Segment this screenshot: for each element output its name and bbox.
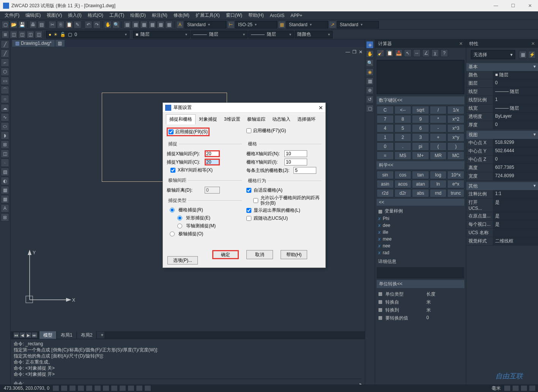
props-value[interactable]: 是 xyxy=(493,198,538,212)
calc-button[interactable]: * xyxy=(430,115,447,123)
grid-snap-radio[interactable] xyxy=(170,208,175,213)
calc-button[interactable]: tan xyxy=(412,171,429,179)
calc-button[interactable]: r2d xyxy=(377,189,394,197)
iso-snap-radio[interactable] xyxy=(177,224,182,228)
calc-button[interactable]: 1 xyxy=(377,133,394,142)
close-button[interactable]: ✕ xyxy=(525,2,535,10)
command-input[interactable] xyxy=(25,381,360,385)
text-icon[interactable]: A xyxy=(1,204,9,213)
calc-button[interactable]: sqrt xyxy=(412,106,429,114)
rect-snap-radio[interactable] xyxy=(177,216,182,220)
props-value[interactable]: 是 xyxy=(493,220,538,229)
command-expand-icon[interactable]: ▸ xyxy=(360,381,362,385)
nav-cube-icon[interactable]: ◈ xyxy=(366,41,374,49)
calculator-close-icon[interactable]: ✕ xyxy=(459,41,463,46)
calc-button[interactable]: 8 xyxy=(394,115,412,123)
calc-button[interactable]: 6 xyxy=(412,124,429,132)
ellipsearc-icon[interactable]: ◗ xyxy=(1,131,9,140)
calc-clear-icon[interactable]: 🧹 xyxy=(377,49,384,57)
status-grid-icon[interactable] xyxy=(61,385,68,391)
snap-y-input[interactable] xyxy=(205,159,220,165)
layer-icon-2[interactable]: ◫ xyxy=(10,31,17,38)
calc-button[interactable]: 10^x xyxy=(447,171,464,179)
props-value[interactable]: 607.7385 xyxy=(493,164,538,172)
menu-item[interactable]: 编辑(E) xyxy=(22,11,44,19)
unit-row[interactable]: ▦单位类型长度 xyxy=(377,290,464,298)
show-beyond-checkbox[interactable] xyxy=(246,208,251,213)
xline-icon[interactable]: ╱ xyxy=(1,49,9,58)
table-icon[interactable]: ▦ xyxy=(1,195,9,203)
menu-item[interactable]: 修改(M) xyxy=(170,11,192,19)
copy-icon[interactable]: ⎘ xyxy=(57,21,65,28)
tab-nav-first[interactable]: ⏮ xyxy=(14,332,19,338)
nav-window-icon[interactable]: ▢ xyxy=(366,105,374,112)
viewport-restore-icon[interactable]: ❐ xyxy=(352,49,357,55)
grid-x-input[interactable] xyxy=(284,150,307,157)
dialog-close-icon[interactable]: ✕ xyxy=(319,105,323,111)
props-value[interactable]: ■ 随层 xyxy=(493,71,538,79)
dim-style-combo[interactable]: ISO-25▾ xyxy=(235,21,277,28)
props-value[interactable]: 724.8099 xyxy=(493,172,538,181)
layer-icon-5[interactable]: ◫ xyxy=(35,31,43,38)
paste-icon[interactable]: 📋 xyxy=(65,21,73,28)
calc-variable-row[interactable]: xdee xyxy=(377,222,464,229)
tab-nav-next[interactable]: ▶ xyxy=(26,332,31,338)
options-button[interactable]: 选项(P)... xyxy=(167,256,198,264)
calc-variable-row[interactable]: xmee xyxy=(377,236,464,242)
grid-y-input[interactable] xyxy=(284,159,307,165)
properties-selector[interactable]: 无选择▾ xyxy=(471,50,515,59)
mleader-style-combo[interactable]: Standard▾ xyxy=(337,21,379,28)
linetype-combo[interactable]: ———随层▾ xyxy=(191,31,248,38)
dialog-tab[interactable]: 对象捕捉 xyxy=(196,114,221,124)
mleader-style-icon[interactable]: ↗ xyxy=(329,21,336,28)
calc-history-icon[interactable]: 📋 xyxy=(386,49,393,57)
maximize-button[interactable]: ☐ xyxy=(508,2,518,10)
follow-ucs-checkbox[interactable] xyxy=(246,216,251,221)
menu-item[interactable]: 工具(T) xyxy=(106,11,127,19)
props-filter-icon[interactable]: ⚡ xyxy=(528,51,536,58)
calc-button[interactable]: sin xyxy=(377,171,394,179)
calc-button[interactable]: 2 xyxy=(394,133,412,142)
calc-help-icon[interactable]: ? xyxy=(440,49,448,57)
layer-manager-icon[interactable]: ≣ xyxy=(2,31,9,38)
calc-button[interactable]: 7 xyxy=(377,115,394,123)
zoom-icon[interactable]: 🔍 xyxy=(112,21,120,28)
unit-row[interactable]: ▦要转换的值0 xyxy=(377,314,464,322)
new-icon[interactable]: ▢ xyxy=(2,21,9,28)
calc-button[interactable]: x^y xyxy=(447,133,464,142)
calc-button[interactable]: 1/x xyxy=(447,106,464,114)
props-value[interactable]: 1:1 xyxy=(493,190,538,198)
status-cycle-icon[interactable] xyxy=(128,385,134,391)
grid-icon[interactable]: ⊞ xyxy=(1,213,9,222)
props-value[interactable]: 0 xyxy=(493,156,538,164)
props-value[interactable]: ByLayer xyxy=(493,113,538,121)
tool-icon-2[interactable]: ▦ xyxy=(132,21,139,28)
enable-grid-checkbox[interactable] xyxy=(246,128,251,133)
color-combo[interactable]: ■随层▾ xyxy=(133,31,190,38)
save-icon[interactable]: 💾 xyxy=(18,21,26,28)
status-snap-icon[interactable] xyxy=(52,385,59,391)
nav-orbit-icon[interactable]: ◉ xyxy=(366,68,374,76)
snap-x-input[interactable] xyxy=(205,150,220,157)
dialog-tab[interactable]: 极轴追踪 xyxy=(244,114,269,124)
block-icon[interactable]: ◫ xyxy=(1,150,9,158)
dialog-tab[interactable]: 捕捉和栅格 xyxy=(166,114,196,124)
dialog-tab[interactable]: 动态输入 xyxy=(269,114,294,124)
unit-row[interactable]: ▦转换自米 xyxy=(377,298,464,306)
calc-button[interactable]: d2r xyxy=(394,189,412,197)
props-value[interactable]: 518.9299 xyxy=(493,139,538,147)
status-ortho-icon[interactable] xyxy=(69,385,76,391)
menu-item[interactable]: 文件(F) xyxy=(2,11,22,19)
circle-icon[interactable]: ○ xyxy=(1,95,9,103)
menu-item[interactable]: APP+ xyxy=(287,12,305,19)
calc-button[interactable]: log xyxy=(430,171,447,179)
calc-var-header[interactable]: << xyxy=(377,199,464,206)
nav-extents-icon[interactable]: ⊕ xyxy=(366,87,374,94)
enable-snap-checkbox[interactable] xyxy=(169,129,174,134)
calc-button[interactable]: M+ xyxy=(412,151,429,160)
pan-icon[interactable]: ✋ xyxy=(104,21,112,28)
props-section-header[interactable]: 其他▾ xyxy=(466,182,538,190)
status-polar-icon[interactable] xyxy=(77,385,84,391)
menu-item[interactable]: 视图(V) xyxy=(44,11,65,19)
cut-icon[interactable]: ✂ xyxy=(49,21,56,28)
